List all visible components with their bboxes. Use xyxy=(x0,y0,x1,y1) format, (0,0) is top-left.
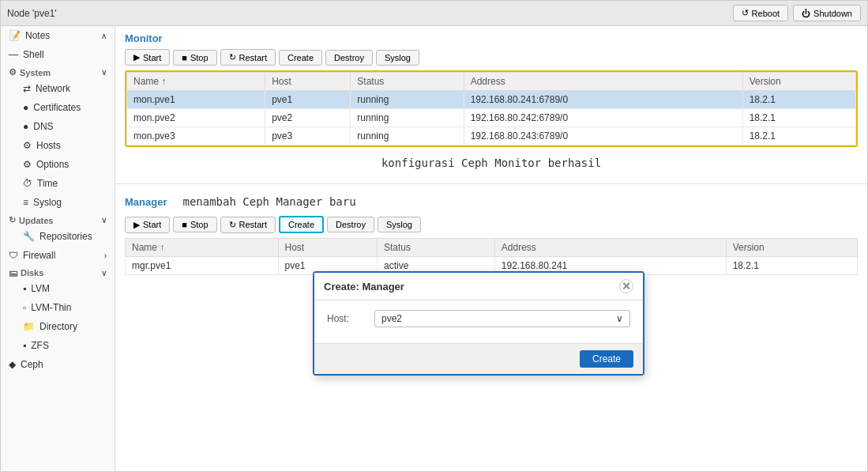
monitor-restart-button[interactable]: ↻ Restart xyxy=(220,49,276,66)
mgr-play-icon: ▶ xyxy=(133,220,140,230)
manager-destroy-button[interactable]: Destroy xyxy=(327,217,374,232)
shell-icon: — xyxy=(9,49,18,60)
reboot-button[interactable]: ↺ Reboot xyxy=(733,5,788,21)
shutdown-button[interactable]: ⏻ Shutdown xyxy=(793,5,861,21)
dialog-host-field: Host: pve2 ∨ xyxy=(327,310,630,327)
section-divider xyxy=(115,183,867,184)
cell-version: 18.2.1 xyxy=(742,127,855,145)
manager-syslog-button[interactable]: Syslog xyxy=(378,217,421,232)
manager-create-button[interactable]: Create xyxy=(279,216,324,233)
play-icon: ▶ xyxy=(133,52,140,62)
manager-annotation: menambah Ceph Manager baru xyxy=(182,195,355,208)
notes-icon: 📝 xyxy=(9,30,21,41)
manager-title: Manager xyxy=(125,196,167,208)
notes-collapse-icon: ∧ xyxy=(101,32,107,40)
chevron-down-icon: ∨ xyxy=(616,313,623,324)
manager-stop-button[interactable]: ■ Stop xyxy=(173,217,216,232)
monitor-start-button[interactable]: ▶ Start xyxy=(125,49,170,66)
sidebar-item-notes[interactable]: 📝 Notes ∧ xyxy=(1,26,115,45)
sidebar-section-system: ⚙ System ∨ xyxy=(1,64,115,79)
monitor-destroy-button[interactable]: Destroy xyxy=(325,50,373,66)
update-icon: ↻ xyxy=(9,215,16,225)
sidebar-item-time[interactable]: ⏱ Time xyxy=(15,174,115,193)
sidebar-section-disks: 🖴 Disks ∨ xyxy=(1,265,115,279)
sidebar-item-repositories[interactable]: 🔧 Repositories xyxy=(15,227,115,246)
sidebar-item-firewall[interactable]: 🛡 Firewall › xyxy=(1,246,115,265)
cell-address: 192.168.80.243:6789/0 xyxy=(464,127,742,145)
table-row[interactable]: mon.pve3 pve3 running 192.168.80.243:678… xyxy=(127,127,856,145)
updates-collapse-arrow: ∨ xyxy=(101,216,107,225)
dialog-titlebar: Create: Manager ✕ xyxy=(314,273,643,300)
dns-icon: ● xyxy=(23,121,28,132)
sidebar-section-updates: ↻ Updates ∨ xyxy=(1,212,115,227)
titlebar: Node 'pve1' ↺ Reboot ⏻ Shutdown xyxy=(1,1,867,26)
cell-name: mon.pve1 xyxy=(127,91,265,109)
dialog-close-button[interactable]: ✕ xyxy=(619,279,633,293)
sidebar-item-ceph[interactable]: ◆ Ceph xyxy=(1,355,115,374)
col-version: Version xyxy=(742,73,855,91)
system-collapse-arrow: ∨ xyxy=(101,68,107,77)
dialog-title: Create: Manager xyxy=(324,281,404,293)
sidebar-item-syslog[interactable]: ≡ Syslog xyxy=(15,193,115,212)
col-host: Host xyxy=(265,73,351,91)
sidebar-item-lvmthin[interactable]: ▫ LVM-Thin xyxy=(15,298,115,317)
monitor-create-button[interactable]: Create xyxy=(279,50,322,66)
manager-restart-button[interactable]: ↻ Restart xyxy=(220,217,276,233)
sidebar-item-certificates[interactable]: ● Certificates xyxy=(15,98,115,117)
disks-collapse-arrow: ∨ xyxy=(101,269,107,278)
stop-icon: ■ xyxy=(182,53,187,62)
window-title: Node 'pve1' xyxy=(7,8,57,19)
network-icon: ⇄ xyxy=(23,83,31,94)
gear-icon: ⚙ xyxy=(9,67,17,77)
sidebar-item-hosts[interactable]: ⚙ Hosts xyxy=(15,136,115,155)
sidebar-item-lvm[interactable]: ▪ LVM xyxy=(15,279,115,298)
cell-version: 18.2.1 xyxy=(726,257,857,275)
sidebar-item-dns[interactable]: ● DNS xyxy=(15,117,115,136)
table-row[interactable]: mon.pve2 pve2 running 192.168.80.242:678… xyxy=(127,109,856,127)
directory-icon: 📁 xyxy=(23,321,35,332)
sidebar-item-network[interactable]: ⇄ Network xyxy=(15,79,115,98)
sidebar-item-shell[interactable]: — Shell xyxy=(1,45,115,64)
mgr-col-version: Version xyxy=(726,239,857,257)
dialog-host-select[interactable]: pve2 ∨ xyxy=(374,310,630,327)
col-status: Status xyxy=(351,73,464,91)
col-address: Address xyxy=(464,73,742,91)
sidebar-item-directory[interactable]: 📁 Directory xyxy=(15,317,115,336)
mgr-col-name: Name ↑ xyxy=(126,239,279,257)
mgr-col-host: Host xyxy=(278,239,377,257)
monitor-toolbar: ▶ Start ■ Stop ↻ Restart Create xyxy=(125,49,858,66)
hosts-icon: ⚙ xyxy=(23,140,32,151)
sidebar-item-options[interactable]: ⚙ Options xyxy=(15,155,115,174)
table-row[interactable]: mon.pve1 pve1 running 192.168.80.241:678… xyxy=(127,91,856,109)
manager-start-button[interactable]: ▶ Start xyxy=(125,217,170,233)
dialog-footer: Create xyxy=(314,343,643,374)
manager-table: Name ↑ Host Status Address Version mgr.p… xyxy=(125,238,858,275)
zfs-icon: ▪ xyxy=(23,340,26,351)
monitor-stop-button[interactable]: ■ Stop xyxy=(173,50,216,66)
dialog-host-label: Host: xyxy=(327,313,366,324)
monitor-table-header: Name ↑ Host Status Address Version xyxy=(127,73,856,91)
sidebar-sub-system: ⇄ Network ● Certificates ● DNS ⚙ Hosts ⚙ xyxy=(1,79,115,212)
col-name: Name ↑ xyxy=(127,73,265,91)
dialog-body: Host: pve2 ∨ xyxy=(314,300,643,343)
power-icon: ⏻ xyxy=(802,9,810,18)
firewall-icon: 🛡 xyxy=(9,250,18,261)
cell-name: mgr.pve1 xyxy=(126,257,279,275)
cell-name: mon.pve3 xyxy=(127,127,265,145)
cell-status: running xyxy=(351,109,464,127)
sidebar-item-zfs[interactable]: ▪ ZFS xyxy=(15,336,115,355)
monitor-syslog-button[interactable]: Syslog xyxy=(376,50,419,66)
main-window: Node 'pve1' ↺ Reboot ⏻ Shutdown 📝 Notes … xyxy=(0,0,868,472)
time-icon: ⏱ xyxy=(23,178,32,189)
monitor-section: Monitor ▶ Start ■ Stop ↻ Restart xyxy=(115,26,867,180)
lvmthin-icon: ▫ xyxy=(23,302,26,313)
reboot-icon: ↺ xyxy=(742,8,749,18)
disk-icon: 🖴 xyxy=(9,268,17,278)
dialog-create-button[interactable]: Create xyxy=(580,350,633,368)
sidebar: 📝 Notes ∧ — Shell ⚙ System ∨ ⇄ Network ● xyxy=(1,26,115,471)
mgr-restart-icon: ↻ xyxy=(229,220,236,230)
cell-status: running xyxy=(351,91,464,109)
cell-name: mon.pve2 xyxy=(127,109,265,127)
manager-toolbar: ▶ Start ■ Stop ↻ Restart Create xyxy=(125,216,858,233)
sidebar-sub-updates: 🔧 Repositories xyxy=(1,227,115,246)
